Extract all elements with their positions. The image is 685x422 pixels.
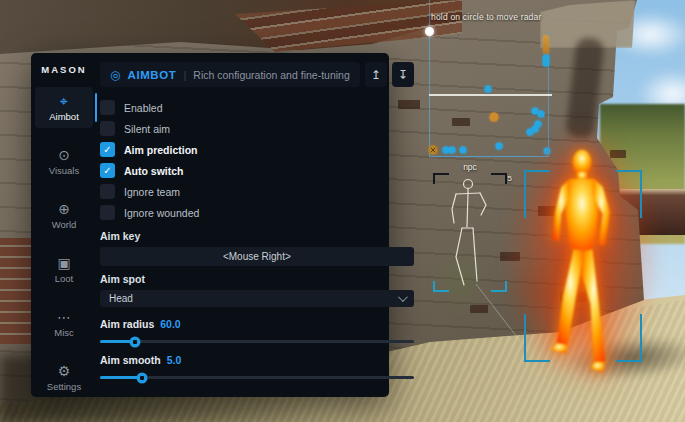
cheat-menu-panel: MASON ⌖ Aimbot ⊙ Visuals ⊕ World ▣ Loot … (31, 53, 389, 397)
game-screen: hold on circle to move radar npc 5 (0, 0, 685, 422)
slider-handle[interactable] (129, 336, 140, 347)
checkbox[interactable] (100, 100, 115, 115)
nav-label: Settings (47, 381, 81, 392)
checkbox-row-ignore-wounded[interactable]: Ignore wounded (100, 202, 414, 223)
checkbox[interactable]: ✓ (100, 142, 115, 157)
radar-dot-blue (485, 86, 492, 93)
aim-spot-label: Aim spot (100, 273, 414, 285)
sidebar-item-visuals[interactable]: ⊙ Visuals (35, 141, 93, 182)
sidebar-item-world[interactable]: ⊕ World (35, 195, 93, 236)
slider-handle[interactable] (137, 372, 148, 383)
checkbox-row-enabled[interactable]: Enabled (100, 97, 414, 118)
page-subtitle: Rich configuration and fine-tuning (193, 69, 349, 81)
player-esp-box (524, 170, 642, 362)
sliders: Aim radius 60.0 Aim smooth 5.0 (100, 318, 414, 379)
checkbox-list: Enabled Silent aim ✓ Aim prediction ✓ Au… (100, 97, 414, 223)
chevron-down-icon (398, 292, 408, 302)
bracket-corner-icon (524, 170, 550, 218)
radar-dot-blue (538, 111, 545, 118)
radar-dot-orangex (429, 146, 438, 155)
checkbox-label: Aim prediction (124, 144, 198, 156)
checkbox-label: Silent aim (124, 123, 170, 135)
settings-icon: ⚙ (58, 364, 71, 378)
sidebar-item-aimbot[interactable]: ⌖ Aimbot (35, 87, 93, 128)
checkbox-row-ignore-team[interactable]: Ignore team (100, 181, 414, 202)
bracket-corner-icon (433, 173, 449, 184)
world-icon: ⊕ (58, 202, 70, 216)
aim-spot-select[interactable]: Head (100, 290, 414, 307)
skeleton-esp (433, 173, 507, 292)
slider-aim-smooth: Aim smooth 5.0 (100, 354, 414, 379)
visuals-icon: ⊙ (58, 148, 70, 162)
bracket-corner-icon (616, 314, 642, 362)
checkbox[interactable] (100, 184, 115, 199)
sidebar: MASON ⌖ Aimbot ⊙ Visuals ⊕ World ▣ Loot … (31, 53, 97, 397)
bracket-corner-icon (433, 281, 449, 292)
nav-label: Misc (54, 327, 74, 338)
checkbox-label: Enabled (124, 102, 163, 114)
slider-aim-radius: Aim radius 60.0 (100, 318, 414, 343)
target-name-label: npc (433, 162, 507, 172)
radar-dot-orange (490, 113, 499, 122)
slider-label: Aim smooth (100, 354, 161, 366)
radar-dot-blue (460, 147, 467, 154)
checkbox-label: Ignore wounded (124, 207, 199, 219)
bracket-corner-icon (491, 173, 507, 184)
checkbox[interactable] (100, 121, 115, 136)
import-config-button[interactable]: ↧ (392, 62, 414, 87)
aimbot-icon: ⌖ (60, 94, 68, 108)
nav-label: Visuals (49, 165, 79, 176)
aim-spot-value: Head (109, 293, 398, 304)
sidebar-item-loot[interactable]: ▣ Loot (35, 249, 93, 290)
radar-dot-blue (543, 60, 550, 67)
header-divider: | (183, 69, 186, 81)
radar-dot-capsule (543, 35, 549, 54)
target-distance-label: 5 (508, 174, 512, 183)
slider-track[interactable] (100, 376, 414, 379)
radar-horizon-line (429, 94, 552, 96)
checkbox-label: Auto switch (124, 165, 184, 177)
panel-content: ◎ AIMBOT | Rich configuration and fine-t… (97, 53, 429, 397)
slider-track[interactable] (100, 340, 414, 343)
aim-key-label: Aim key (100, 230, 414, 242)
radar-drag-handle-circle[interactable] (425, 27, 434, 36)
aim-key-button[interactable]: <Mouse Right> (100, 247, 414, 266)
bracket-corner-icon (524, 314, 550, 362)
nav-label: Aimbot (49, 111, 79, 122)
nav-label: World (52, 219, 77, 230)
radar-dot-blue (532, 126, 539, 133)
radar-dot-blue (449, 147, 456, 154)
skeleton-esp-box: npc 5 (433, 173, 507, 292)
nav-label: Loot (55, 273, 74, 284)
radar-overlay[interactable]: hold on circle to move radar (429, 32, 549, 157)
crosshair-icon: ◎ (110, 69, 120, 81)
checkbox-label: Ignore team (124, 186, 180, 198)
left-brick-wall (0, 238, 31, 344)
download-icon: ↧ (398, 68, 408, 82)
sidebar-item-settings[interactable]: ⚙ Settings (35, 357, 93, 398)
check-icon: ✓ (103, 145, 111, 155)
checkbox-row-aim-prediction[interactable]: ✓ Aim prediction (100, 139, 414, 160)
brand-name: MASON (41, 64, 86, 75)
page-title: AIMBOT (127, 69, 176, 81)
slider-value: 5.0 (167, 354, 182, 366)
bracket-corner-icon (616, 170, 642, 218)
sidebar-item-misc[interactable]: ⋯ Misc (35, 303, 93, 344)
export-config-button[interactable]: ↥ (365, 62, 387, 87)
checkbox[interactable]: ✓ (100, 163, 115, 178)
checkbox-row-auto-switch[interactable]: ✓ Auto switch (100, 160, 414, 181)
checkbox-row-silent-aim[interactable]: Silent aim (100, 118, 414, 139)
radar-dot-blue (496, 143, 503, 150)
loot-icon: ▣ (57, 256, 70, 270)
checkbox[interactable] (100, 205, 115, 220)
panel-header: ◎ AIMBOT | Rich configuration and fine-t… (100, 62, 414, 87)
sidebar-nav: ⌖ Aimbot ⊙ Visuals ⊕ World ▣ Loot ⋯ Misc… (31, 87, 97, 398)
upload-icon: ↥ (371, 68, 381, 82)
misc-icon: ⋯ (57, 310, 71, 324)
slider-label: Aim radius (100, 318, 154, 330)
radar-hint: hold on circle to move radar (431, 12, 542, 22)
header-title-bar: ◎ AIMBOT | Rich configuration and fine-t… (100, 62, 360, 87)
check-icon: ✓ (103, 166, 111, 176)
slider-value: 60.0 (160, 318, 180, 330)
